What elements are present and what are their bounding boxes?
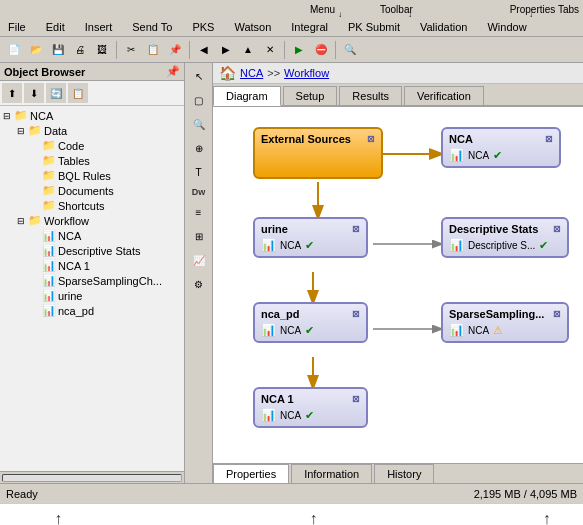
tb-print[interactable]: 🖨: [70, 40, 90, 60]
tb-img[interactable]: 🖼: [92, 40, 112, 60]
wf-node-nca-right-label: NCA: [449, 133, 473, 145]
ann-arrow-2: ↑: [310, 510, 318, 525]
wf-node-urine-corner[interactable]: ⊠: [352, 224, 360, 234]
expand-nca[interactable]: ⊟: [2, 111, 12, 121]
folder-icon-documents: 📁: [42, 184, 56, 197]
wf-node-ext-corner[interactable]: ⊠: [367, 134, 375, 144]
tree-item-nca1[interactable]: 📊 NCA 1: [2, 258, 182, 273]
lt-connect[interactable]: ⊕: [188, 137, 210, 159]
tree-item-sparse[interactable]: 📊 SparseSamplingCh...: [2, 273, 182, 288]
wf-node-nca1[interactable]: NCA 1 ⊠ 📊 NCA ✔: [253, 387, 368, 428]
wf-node-desc-corner[interactable]: ⊠: [553, 224, 561, 234]
tb-new[interactable]: 📄: [4, 40, 24, 60]
tab-diagram[interactable]: Diagram: [213, 86, 281, 106]
menu-edit[interactable]: Edit: [42, 20, 69, 34]
wf-node-nca-right-corner[interactable]: ⊠: [545, 134, 553, 144]
tab-verification[interactable]: Verification: [404, 86, 484, 105]
wf-node-sparse[interactable]: SparseSampling... ⊠ 📊 NCA ⚠: [441, 302, 569, 343]
wf-node-urine[interactable]: urine ⊠ 📊 NCA ✔: [253, 217, 368, 258]
tb-cut[interactable]: ✂: [121, 40, 141, 60]
doc-icon-ncapd: 📊: [42, 304, 56, 317]
tb-save[interactable]: 💾: [48, 40, 68, 60]
expand-workflow[interactable]: ⊟: [16, 216, 26, 226]
tree-item-workflow[interactable]: ⊟ 📁 Workflow: [2, 213, 182, 228]
tab-information[interactable]: Information: [291, 464, 372, 483]
breadcrumb-workflow[interactable]: Workflow: [284, 67, 329, 79]
wf-node-nca1-corner[interactable]: ⊠: [352, 394, 360, 404]
tb-copy[interactable]: 📋: [143, 40, 163, 60]
wf-check-ncapd: ✔: [305, 324, 314, 337]
ob-tb-2[interactable]: ⬇: [24, 83, 44, 103]
tree-item-documents[interactable]: 📁 Documents: [2, 183, 182, 198]
tb-stop[interactable]: ⛔: [311, 40, 331, 60]
wf-node-nca1-title: NCA 1 ⊠: [261, 393, 360, 405]
menu-file[interactable]: File: [4, 20, 30, 34]
workflow-area: ↖ ▢ 🔍 ⊕ T Dw ≡ ⊞ 📈 ⚙ 🏠 NCA >> Workflow D…: [185, 63, 583, 483]
wf-node-desc-stats[interactable]: Descriptive Stats ⊠ 📊 Descriptive S... ✔: [441, 217, 569, 258]
wf-node-sparse-corner[interactable]: ⊠: [553, 309, 561, 319]
ob-tb-3[interactable]: 🔄: [46, 83, 66, 103]
wf-node-external-sources[interactable]: External Sources ⊠: [253, 127, 383, 179]
lt-settings[interactable]: ⚙: [188, 273, 210, 295]
tb-run[interactable]: ▶: [289, 40, 309, 60]
tb-open[interactable]: 📂: [26, 40, 46, 60]
wf-node-desc-title: Descriptive Stats ⊠: [449, 223, 561, 235]
wf-check-nca-right: ✔: [493, 149, 502, 162]
lt-dw-label: Dw: [192, 187, 206, 197]
menu-pks[interactable]: PKS: [188, 20, 218, 34]
menu-pksubmit[interactable]: PK Submit: [344, 20, 404, 34]
tree-item-tables[interactable]: 📁 Tables: [2, 153, 182, 168]
ob-tb-4[interactable]: 📋: [68, 83, 88, 103]
menu-integral[interactable]: Integral: [287, 20, 332, 34]
lt-grid[interactable]: ⊞: [188, 225, 210, 247]
wf-node-nca-right[interactable]: NCA ⊠ 📊 NCA ✔: [441, 127, 561, 168]
wf-node-ncapd-corner[interactable]: ⊠: [352, 309, 360, 319]
tree-label-data: Data: [44, 125, 67, 137]
ob-pin-icon[interactable]: 📌: [166, 65, 180, 78]
menu-watson[interactable]: Watson: [230, 20, 275, 34]
tab-setup[interactable]: Setup: [283, 86, 338, 105]
breadcrumb-nca[interactable]: NCA: [240, 67, 263, 79]
menu-insert[interactable]: Insert: [81, 20, 117, 34]
expand-data[interactable]: ⊟: [16, 126, 26, 136]
lt-zoom[interactable]: 🔍: [188, 113, 210, 135]
tab-history[interactable]: History: [374, 464, 434, 483]
folder-icon-data: 📁: [28, 124, 42, 137]
lt-text[interactable]: T: [188, 161, 210, 183]
ob-scrollbar[interactable]: [2, 474, 182, 482]
lt-select[interactable]: ▢: [188, 89, 210, 111]
folder-icon-bql: 📁: [42, 169, 56, 182]
tab-properties[interactable]: Properties: [213, 464, 289, 483]
tab-results[interactable]: Results: [339, 86, 402, 105]
tb-up[interactable]: ▲: [238, 40, 258, 60]
lt-list[interactable]: ≡: [188, 201, 210, 223]
tree-item-data[interactable]: ⊟ 📁 Data: [2, 123, 182, 138]
lt-arrow[interactable]: ↖: [188, 65, 210, 87]
folder-icon-code: 📁: [42, 139, 56, 152]
tb-back[interactable]: ◀: [194, 40, 214, 60]
wf-node-nca1-content: 📊 NCA ✔: [261, 408, 360, 422]
tb-separator-1: [116, 41, 117, 59]
tb-forward[interactable]: ▶: [216, 40, 236, 60]
nav-home-icon: 🏠: [219, 65, 236, 81]
tb-paste[interactable]: 📌: [165, 40, 185, 60]
lt-chart[interactable]: 📈: [188, 249, 210, 271]
tree-item-bql[interactable]: 📁 BQL Rules: [2, 168, 182, 183]
tb-zoom-in[interactable]: 🔍: [340, 40, 360, 60]
tree-item-desc-stats[interactable]: 📊 Descriptive Stats: [2, 243, 182, 258]
tree-item-urine[interactable]: 📊 urine: [2, 288, 182, 303]
wf-node-ncapd[interactable]: nca_pd ⊠ 📊 NCA ✔: [253, 302, 368, 343]
tb-delete[interactable]: ✕: [260, 40, 280, 60]
ob-tb-1[interactable]: ⬆: [2, 83, 22, 103]
menu-window[interactable]: Window: [483, 20, 530, 34]
ann-toolbox: ↑ Object Toolbox: [281, 510, 347, 525]
tree-item-nca-root[interactable]: ⊟ 📁 NCA: [2, 108, 182, 123]
menu-validation[interactable]: Validation: [416, 20, 472, 34]
tree-item-shortcuts[interactable]: 📁 Shortcuts: [2, 198, 182, 213]
tree-item-nca-wf[interactable]: 📊 NCA: [2, 228, 182, 243]
menu-sendto[interactable]: Send To: [128, 20, 176, 34]
ob-header: Object Browser 📌: [0, 63, 184, 81]
ann-arrow-1: ↑: [54, 510, 62, 525]
tree-item-code[interactable]: 📁 Code: [2, 138, 182, 153]
tree-item-ncapd[interactable]: 📊 nca_pd: [2, 303, 182, 318]
